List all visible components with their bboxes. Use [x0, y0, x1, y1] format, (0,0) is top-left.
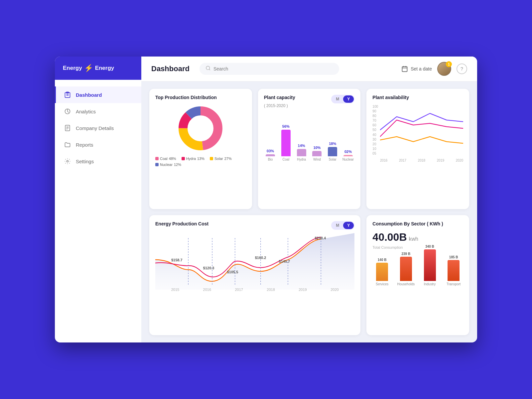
sector-households: 239 B Households: [396, 252, 416, 286]
notification-badge: 1: [446, 61, 452, 67]
cost-toggle: M Y: [331, 221, 354, 230]
consumption-card: Consumption By Sector ( KWh ) 40.00B kwh…: [366, 215, 469, 335]
sidebar-label-analytics: Analytics: [76, 109, 96, 114]
bar-bio-label: Bio: [268, 158, 273, 161]
legend-nuclear-label: Nuclear: [160, 163, 173, 167]
date-button[interactable]: Set a date: [401, 66, 432, 72]
bar-wind-pct: 10%: [313, 146, 321, 150]
legend-nuclear-pct: 12%: [174, 163, 181, 167]
date-label: Set a date: [411, 66, 432, 71]
sidebar-item-company[interactable]: Company Details: [55, 120, 141, 136]
availability-chart-area: 10090807060 504030201005: [372, 103, 463, 162]
sector-industry-val: 340 B: [425, 245, 434, 248]
availability-title: Plant availability: [372, 95, 463, 100]
bar-hydra: 14% Hydra: [295, 144, 308, 161]
toggle-y[interactable]: Y: [343, 95, 354, 103]
availability-card: Plant availability 10090807060 504030201…: [366, 89, 469, 209]
help-icon[interactable]: ?: [457, 64, 467, 74]
sector-bars: 140 B Services 239 B Households 340 B: [372, 253, 463, 286]
sector-households-label: Households: [397, 282, 415, 286]
legend-solar-label: Solar: [214, 157, 223, 161]
cost-toggle-y[interactable]: Y: [343, 222, 354, 229]
bar-nuclear-label: Nuclear: [342, 158, 354, 161]
legend-nuclear: Nuclear 12%: [155, 163, 181, 167]
gear-icon: [64, 158, 71, 165]
sidebar-label-settings: Settings: [76, 159, 94, 164]
sector-transport-label: Transport: [447, 282, 461, 286]
bolt-icon: ⚡: [84, 64, 93, 72]
main-content: Dashboard Set a date: [141, 57, 477, 342]
bar-bio-pct: 03%: [267, 149, 274, 153]
svg-line-11: [209, 69, 210, 70]
donut-container: Coal 48% Hydra 13% Solar 27%: [155, 103, 246, 167]
logo-text-2: Energy: [95, 65, 114, 71]
availability-y-axis: 10090807060 504030201005: [372, 103, 378, 157]
cost-chart-area: $158.7 $120.3 $105.5 $160.2 $145.7 $208.…: [155, 233, 354, 293]
bar-nuclear-pct: 02%: [344, 150, 352, 154]
bar-wind-label: Wind: [313, 158, 321, 161]
search-input[interactable]: [213, 66, 333, 71]
svg-point-9: [67, 161, 68, 162]
cost-toggle-m[interactable]: M: [332, 222, 343, 229]
avatar-wrap[interactable]: 1: [437, 62, 451, 76]
capacity-header: Plant capacity ( 2015-2020 ) M Y: [264, 95, 355, 108]
sector-transport: 185 B Transport: [444, 255, 463, 286]
app-wrapper: Energy ⚡ Energy Dashboard: [55, 57, 477, 342]
capacity-titles: Plant capacity ( 2015-2020 ): [264, 95, 295, 108]
header: Dashboard Set a date: [141, 57, 477, 81]
legend-solar-pct: 27%: [224, 157, 232, 161]
search-icon: [205, 66, 211, 72]
clipboard-icon: [64, 91, 71, 98]
bar-coal: 56% Coal: [279, 124, 292, 161]
availability-svg-area: 20162017201820192020: [380, 103, 463, 162]
consumption-unit: kwh: [409, 236, 418, 242]
donut-legend: Coal 48% Hydra 13% Solar 27%: [155, 157, 246, 167]
sidebar-label-reports: Reports: [76, 142, 93, 148]
svg-rect-12: [402, 66, 407, 71]
sidebar-label-dashboard: Dashboard: [76, 92, 102, 98]
sidebar-item-analytics[interactable]: Analytics: [55, 103, 141, 120]
consumption-total: 40.00B: [372, 231, 407, 243]
toggle-m[interactable]: M: [332, 95, 343, 103]
folder-icon: [64, 141, 71, 148]
sidebar: Energy ⚡ Energy Dashboard: [55, 57, 141, 342]
legend-solar: Solar 27%: [210, 157, 232, 161]
sector-services-label: Services: [376, 282, 388, 286]
sidebar-item-reports[interactable]: Reports: [55, 136, 141, 153]
consumption-total-row: 40.00B kwh: [372, 230, 463, 245]
bar-wind: 10% Wind: [311, 146, 324, 161]
capacity-title: Plant capacity: [264, 95, 295, 100]
bar-solar-pct: 18%: [329, 142, 336, 146]
bar-nuclear: 02% Nuclear: [342, 150, 355, 161]
document-icon: [64, 124, 71, 132]
search-bar[interactable]: [200, 63, 339, 75]
chart-icon: [64, 108, 71, 115]
bar-solar-label: Solar: [329, 158, 336, 161]
nav-area: Dashboard Analytics Company Details: [55, 80, 141, 342]
legend-hydra: Hydra 13%: [182, 157, 204, 161]
sector-transport-val: 185 B: [449, 255, 458, 259]
bar-coal-pct: 56%: [282, 124, 290, 128]
dashboard-grid: Top Production Distribution: [141, 81, 477, 342]
donut-chart: [176, 103, 225, 153]
sector-industry-label: Industry: [424, 282, 436, 286]
cost-title: Energy Production Cost: [155, 221, 208, 226]
legend-hydra-label: Hydra: [186, 157, 196, 161]
sidebar-item-settings[interactable]: Settings: [55, 153, 141, 170]
legend-coal: Coal 48%: [155, 157, 176, 161]
consumption-total-label: Total Consumption: [372, 245, 463, 249]
donut-card: Top Production Distribution: [149, 89, 252, 209]
bar-solar: 18% Solar: [326, 142, 339, 161]
donut-card-title: Top Production Distribution: [155, 95, 246, 100]
bar-bio: 03% Bio: [264, 149, 277, 161]
sidebar-item-dashboard[interactable]: Dashboard: [55, 86, 141, 103]
sidebar-label-company: Company Details: [76, 125, 114, 131]
header-right: Set a date 1 ?: [401, 62, 467, 76]
legend-coal-pct: 48%: [169, 157, 176, 161]
bar-hydra-label: Hydra: [297, 158, 306, 161]
cost-header: Energy Production Cost M Y: [155, 221, 354, 230]
sector-services-val: 140 B: [378, 258, 387, 262]
sector-industry: 340 B Industry: [420, 245, 440, 286]
cost-labels: $158.7 $120.3 $105.5 $160.2 $145.7 $208.…: [155, 233, 354, 293]
capacity-bar-chart: 03% Bio 56% Coal 14% Hydra: [264, 111, 355, 161]
